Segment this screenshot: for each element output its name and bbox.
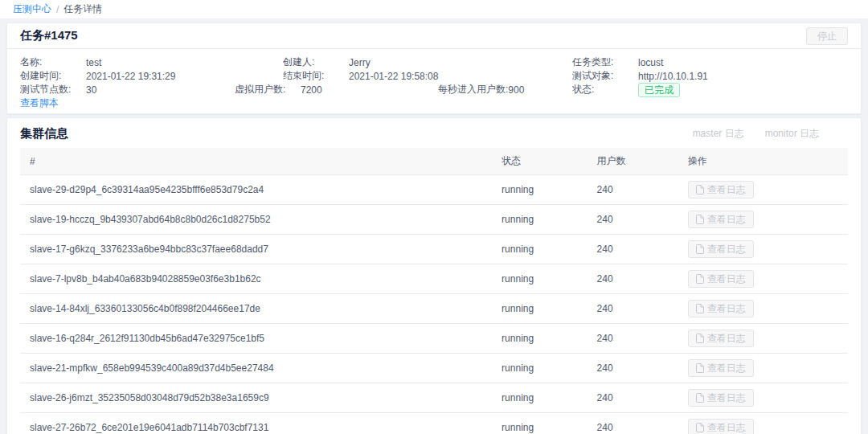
task-info-row: 名称: test 创建人: Jerry 任务类型: locust: [20, 55, 848, 69]
field-label: 创建时间:: [20, 69, 86, 83]
slave-id-cell: slave-21-mpfkw_658eb994539c400a89d37d4b5…: [20, 354, 492, 383]
slave-id-cell: slave-27-26b72_6ce201e19e6041adb7114b703…: [20, 413, 492, 434]
breadcrumb-separator: /: [56, 4, 59, 15]
document-icon: [696, 244, 704, 254]
status-cell: running: [492, 205, 587, 235]
field-label: 每秒进入用户数:: [438, 83, 508, 96]
cluster-table: # 状态 用户数 操作 slave-29-d29p4_6c39314aa95e4…: [20, 148, 848, 434]
view-log-button[interactable]: 查看日志: [688, 240, 754, 258]
view-log-label: 查看日志: [707, 273, 746, 285]
status-cell: running: [492, 383, 587, 413]
monitor-log-button[interactable]: monitor 日志: [765, 127, 819, 141]
users-cell: 240: [588, 294, 678, 324]
operations-cell: 查看日志: [678, 235, 848, 264]
field-spawn-rate: 每秒进入用户数: 900: [438, 83, 572, 96]
field-label: 结束时间:: [283, 69, 349, 83]
breadcrumb-current: 任务详情: [63, 2, 102, 16]
task-card-header: 任务#1475 停止: [7, 23, 861, 49]
table-row: slave-14-84xlj_63360133056c4b0f898f20446…: [20, 294, 848, 324]
view-log-button[interactable]: 查看日志: [688, 211, 754, 228]
view-log-button[interactable]: 查看日志: [688, 389, 754, 407]
view-log-button[interactable]: 查看日志: [688, 359, 754, 377]
stop-button[interactable]: 停止: [806, 27, 848, 45]
users-cell: 240: [588, 235, 678, 264]
operations-cell: 查看日志: [678, 383, 848, 413]
document-icon: [696, 215, 704, 224]
operations-cell: 查看日志: [678, 324, 848, 354]
status-cell: running: [492, 264, 587, 294]
view-log-label: 查看日志: [707, 362, 746, 374]
field-value: 30: [86, 84, 96, 96]
field-status: 状态: 已完成: [572, 83, 848, 97]
view-log-label: 查看日志: [707, 303, 746, 314]
view-log-label: 查看日志: [707, 392, 746, 403]
table-row: slave-29-d29p4_6c39314aa95e4235bfff6e853…: [20, 175, 848, 205]
breadcrumb-link-root[interactable]: 压测中心: [13, 2, 51, 16]
field-label: 创建人:: [283, 55, 349, 69]
field-created-time: 创建时间: 2021-01-22 19:31:29: [20, 69, 283, 83]
cluster-info-card: 集群信息 master 日志 monitor 日志 # 状态 用户数 操作 sl…: [6, 117, 862, 434]
status-cell: running: [492, 413, 587, 434]
view-log-label: 查看日志: [707, 333, 746, 344]
table-row: slave-19-hcczq_9b439307abd64b8c8b0d26c1d…: [20, 205, 848, 235]
view-log-button[interactable]: 查看日志: [688, 330, 754, 347]
field-value: 7200: [301, 84, 322, 96]
users-cell: 240: [588, 383, 678, 413]
field-test-target: 测试对象: http://10.10.1.91: [572, 69, 848, 83]
view-log-label: 查看日志: [707, 184, 746, 195]
document-icon: [696, 304, 704, 313]
document-icon: [696, 334, 704, 343]
operations-cell: 查看日志: [678, 264, 848, 294]
status-cell: running: [492, 354, 587, 383]
view-log-label: 查看日志: [707, 422, 746, 433]
field-label: 名称:: [20, 55, 86, 69]
field-value: Jerry: [349, 57, 371, 68]
cluster-header: 集群信息 master 日志 monitor 日志: [7, 118, 861, 148]
master-log-button[interactable]: master 日志: [693, 127, 744, 141]
table-header-row: # 状态 用户数 操作: [20, 148, 848, 175]
table-row: slave-26-j6mzt_35235058d03048d79d52b38e3…: [20, 383, 848, 413]
view-log-label: 查看日志: [707, 214, 746, 225]
field-label: 测试对象:: [572, 69, 638, 83]
cluster-table-wrap: # 状态 用户数 操作 slave-29-d29p4_6c39314aa95e4…: [7, 148, 861, 434]
column-header-status: 状态: [492, 148, 587, 175]
field-virtual-users: 虚拟用户数: 7200: [235, 83, 438, 96]
task-title: 任务#1475: [20, 28, 78, 43]
task-info-row: 查看脚本: [20, 96, 848, 110]
users-cell: 240: [588, 205, 678, 235]
view-log-button[interactable]: 查看日志: [688, 270, 754, 288]
field-value: test: [86, 57, 101, 68]
field-task-type: 任务类型: locust: [572, 55, 848, 69]
task-info: 名称: test 创建人: Jerry 任务类型: locust 创建时间: 2…: [7, 49, 861, 113]
slave-id-cell: slave-17-g6kzq_3376233a6be94bbc83c37faee…: [20, 235, 492, 264]
slave-id-cell: slave-29-d29p4_6c39314aa95e4235bfff6e853…: [20, 175, 492, 205]
field-end-time: 结束时间: 2021-01-22 19:58:08: [283, 69, 572, 83]
task-info-row: 创建时间: 2021-01-22 19:31:29 结束时间: 2021-01-…: [20, 69, 848, 83]
column-header-users: 用户数: [588, 148, 678, 175]
operations-cell: 查看日志: [678, 294, 848, 324]
view-log-button[interactable]: 查看日志: [688, 181, 754, 199]
view-log-label: 查看日志: [707, 244, 746, 255]
view-script-link[interactable]: 查看脚本: [20, 96, 59, 110]
document-icon: [696, 363, 704, 373]
log-buttons: master 日志 monitor 日志: [693, 127, 819, 141]
field-name: 名称: test: [20, 55, 283, 69]
users-cell: 240: [588, 264, 678, 294]
field-value: 900: [508, 84, 524, 96]
table-row: slave-17-g6kzq_3376233a6be94bbc83c37faee…: [20, 235, 848, 264]
column-header-operations: 操作: [678, 148, 848, 175]
document-icon: [696, 274, 704, 284]
document-icon: [696, 423, 704, 432]
slave-id-cell: slave-14-84xlj_63360133056c4b0f898f20446…: [20, 294, 492, 324]
users-cell: 240: [588, 175, 678, 205]
cluster-title: 集群信息: [20, 126, 68, 141]
table-row: slave-21-mpfkw_658eb994539c400a89d37d4b5…: [20, 354, 848, 383]
users-cell: 240: [588, 413, 678, 434]
view-log-button[interactable]: 查看日志: [688, 300, 754, 317]
task-info-row: 测试节点数: 30 虚拟用户数: 7200 每秒进入用户数: 900 状态: 已…: [20, 83, 848, 96]
view-log-button[interactable]: 查看日志: [688, 419, 754, 434]
field-creator: 创建人: Jerry: [283, 55, 572, 69]
field-label: 虚拟用户数:: [235, 83, 301, 96]
field-node-count: 测试节点数: 30: [20, 83, 235, 96]
task-detail-card: 任务#1475 停止 名称: test 创建人: Jerry 任务类型: loc…: [6, 23, 862, 114]
